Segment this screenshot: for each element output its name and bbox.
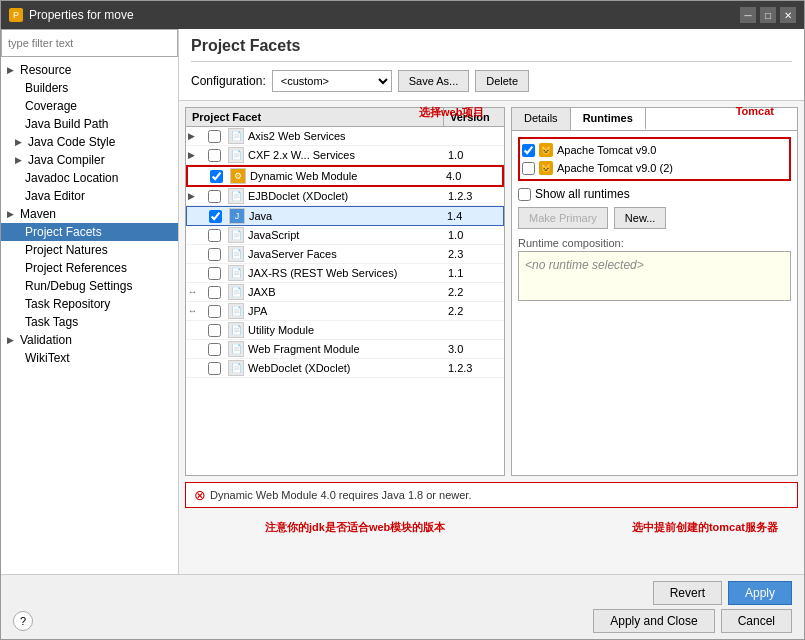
js-version: 1.0 — [444, 228, 504, 242]
jaxrs-name: JAX-RS (REST Web Services) — [244, 266, 444, 280]
wd-checkbox[interactable] — [208, 362, 221, 375]
facets-table-header: Project Facet Version — [186, 108, 504, 127]
js-check[interactable] — [200, 229, 228, 242]
js-checkbox[interactable] — [208, 229, 221, 242]
sidebar-item-task-repo[interactable]: Task Repository — [1, 295, 178, 313]
runtime-composition: Runtime composition: <no runtime selecte… — [518, 237, 791, 301]
cxf-name: CXF 2.x W... Services — [244, 148, 444, 162]
facets-scroll[interactable]: ▶ 📄 Axis2 Web Services ▶ — [186, 127, 504, 475]
sidebar-item-java-build-path[interactable]: Java Build Path — [1, 115, 178, 133]
axis2-checkbox[interactable] — [208, 130, 221, 143]
axis2-expand: ▶ — [186, 131, 200, 141]
delete-button[interactable]: Delete — [475, 70, 529, 92]
jpa-checkbox[interactable] — [208, 305, 221, 318]
cxf-expand: ▶ — [186, 150, 200, 160]
facet-row-ejbdoclet: ▶ 📄 EJBDoclet (XDoclet) 1.2.3 — [186, 187, 504, 206]
sidebar-item-java-editor[interactable]: Java Editor — [1, 187, 178, 205]
dwm-check[interactable] — [202, 170, 230, 183]
utility-checkbox[interactable] — [208, 324, 221, 337]
new-runtime-button[interactable]: New... — [614, 207, 667, 229]
sidebar-item-coverage[interactable]: Coverage — [1, 97, 178, 115]
apply-button[interactable]: Apply — [728, 581, 792, 605]
config-label: Configuration: — [191, 74, 266, 88]
sidebar-item-wikitext[interactable]: WikiText — [1, 349, 178, 367]
jpa-name: JPA — [244, 304, 444, 318]
sidebar-item-project-facets[interactable]: Project Facets — [1, 223, 178, 241]
tomcat1-checkbox[interactable] — [522, 144, 535, 157]
sidebar-tree: ▶Resource Builders Coverage Java Build P… — [1, 57, 178, 574]
minimize-button[interactable]: ─ — [740, 7, 756, 23]
cxf-check[interactable] — [200, 149, 228, 162]
sidebar-item-project-references[interactable]: Project References — [1, 259, 178, 277]
sidebar-item-project-natures[interactable]: Project Natures — [1, 241, 178, 259]
wf-checkbox[interactable] — [208, 343, 221, 356]
title-bar-left: P Properties for move — [9, 8, 134, 22]
jaxrs-check[interactable] — [200, 267, 228, 280]
panel-body: Project Facet Version ▶ 📄 Axis2 Web Serv… — [179, 101, 804, 574]
js-icon: 📄 — [228, 227, 244, 243]
wd-check[interactable] — [200, 362, 228, 375]
dwm-checkbox[interactable] — [210, 170, 223, 183]
sidebar-item-builders[interactable]: Builders — [1, 79, 178, 97]
sidebar-item-validation[interactable]: ▶Validation — [1, 331, 178, 349]
sidebar-item-run-debug[interactable]: Run/Debug Settings — [1, 277, 178, 295]
jpa-expand: ↔ — [186, 306, 200, 316]
close-button[interactable]: ✕ — [780, 7, 796, 23]
apply-close-button[interactable]: Apply and Close — [593, 609, 714, 633]
wf-name: Web Fragment Module — [244, 342, 444, 356]
axis2-name: Axis2 Web Services — [244, 129, 444, 143]
facet-row-cxf: ▶ 📄 CXF 2.x W... Services 1.0 — [186, 146, 504, 165]
axis2-check[interactable] — [200, 130, 228, 143]
facet-row-jaxrs: 📄 JAX-RS (REST Web Services) 1.1 — [186, 264, 504, 283]
tab-runtimes[interactable]: Runtimes — [571, 108, 646, 130]
sidebar-item-java-compiler[interactable]: ▶Java Compiler — [1, 151, 178, 169]
make-primary-button[interactable]: Make Primary — [518, 207, 608, 229]
jaxrs-checkbox[interactable] — [208, 267, 221, 280]
utility-name: Utility Module — [244, 323, 444, 337]
sidebar-item-resource[interactable]: ▶Resource — [1, 61, 178, 79]
facet-row-jpa: ↔ 📄 JPA 2.2 — [186, 302, 504, 321]
facet-row-dynamic-web: ⚙ Dynamic Web Module 4.0 — [186, 165, 504, 187]
jpa-icon: 📄 — [228, 303, 244, 319]
filter-input[interactable] — [1, 29, 178, 57]
jaxb-name: JAXB — [244, 285, 444, 299]
show-all-checkbox[interactable] — [518, 188, 531, 201]
jpa-check[interactable] — [200, 305, 228, 318]
tomcat2-checkbox[interactable] — [522, 162, 535, 175]
ejb-check[interactable] — [200, 190, 228, 203]
config-select[interactable]: <custom> — [272, 70, 392, 92]
facet-row-javascript: 📄 JavaScript 1.0 — [186, 226, 504, 245]
tab-details[interactable]: Details — [512, 108, 571, 130]
maximize-button[interactable]: □ — [760, 7, 776, 23]
save-as-button[interactable]: Save As... — [398, 70, 470, 92]
jsf-check[interactable] — [200, 248, 228, 261]
config-row: Configuration: <custom> Save As... Delet… — [191, 70, 792, 92]
bottom-bar: Revert Apply ? Apply and Close Cancel — [1, 574, 804, 639]
sidebar-item-java-code-style[interactable]: ▶Java Code Style — [1, 133, 178, 151]
jsf-checkbox[interactable] — [208, 248, 221, 261]
sidebar-item-task-tags[interactable]: Task Tags — [1, 313, 178, 331]
sidebar-item-javadoc[interactable]: Javadoc Location — [1, 169, 178, 187]
java-check[interactable] — [201, 210, 229, 223]
details-panel: Details Runtimes 🐱 Apache Tomcat v9.0 — [511, 107, 798, 476]
cancel-button[interactable]: Cancel — [721, 609, 792, 633]
jaxb-checkbox[interactable] — [208, 286, 221, 299]
java-checkbox[interactable] — [209, 210, 222, 223]
wf-check[interactable] — [200, 343, 228, 356]
col-version: Version — [444, 108, 504, 126]
wf-icon: 📄 — [228, 341, 244, 357]
revert-button[interactable]: Revert — [653, 581, 722, 605]
runtime-composition-label: Runtime composition: — [518, 237, 791, 249]
help-button[interactable]: ? — [13, 611, 33, 631]
utility-icon: 📄 — [228, 322, 244, 338]
ejb-checkbox[interactable] — [208, 190, 221, 203]
facets-and-details: Project Facet Version ▶ 📄 Axis2 Web Serv… — [185, 107, 798, 476]
jpa-version: 2.2 — [444, 304, 504, 318]
sidebar-item-maven[interactable]: ▶Maven — [1, 205, 178, 223]
wd-name: WebDoclet (XDoclet) — [244, 361, 444, 375]
show-all-label: Show all runtimes — [535, 187, 630, 201]
jaxb-check[interactable] — [200, 286, 228, 299]
utility-check[interactable] — [200, 324, 228, 337]
cxf-checkbox[interactable] — [208, 149, 221, 162]
dwm-name: Dynamic Web Module — [246, 169, 442, 183]
